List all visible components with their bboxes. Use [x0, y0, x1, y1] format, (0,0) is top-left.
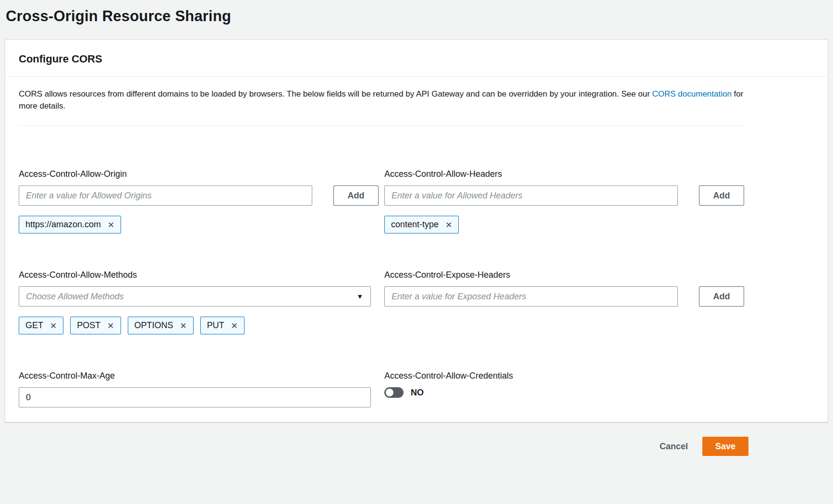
- dismiss-icon[interactable]: ✕: [108, 221, 114, 229]
- card-header-title: Configure CORS: [19, 53, 814, 65]
- dismiss-icon[interactable]: ✕: [180, 321, 187, 330]
- cors-page: Cross-Origin Resource Sharing Configure …: [0, 8, 833, 456]
- field-allow-headers: Access-Control-Allow-Headers Add content…: [384, 169, 744, 234]
- expose-headers-add-button[interactable]: Add: [699, 286, 744, 307]
- allow-headers-add-button[interactable]: Add: [699, 185, 744, 206]
- dismiss-icon[interactable]: ✕: [50, 321, 57, 330]
- allowed-method-token-label: PUT: [207, 320, 224, 331]
- dismiss-icon[interactable]: ✕: [107, 321, 114, 330]
- section-divider: [19, 125, 744, 126]
- allow-credentials-state: NO: [411, 388, 424, 398]
- allowed-header-token: content-type✕: [384, 216, 459, 234]
- allow-origin-input[interactable]: [19, 185, 312, 206]
- description-text-before: CORS allows resources from different dom…: [19, 89, 652, 98]
- caret-down-icon: ▼: [356, 293, 363, 300]
- allowed-method-token: PUT✕: [200, 317, 245, 334]
- expose-headers-input[interactable]: [384, 286, 678, 307]
- cors-form: Access-Control-Allow-Origin Add https://…: [19, 169, 744, 407]
- save-button[interactable]: Save: [702, 437, 748, 456]
- allowed-method-token-label: POST: [77, 320, 100, 331]
- allow-headers-label: Access-Control-Allow-Headers: [384, 169, 744, 179]
- cors-documentation-link[interactable]: CORS documentation: [652, 89, 732, 98]
- allowed-method-token-label: GET: [25, 320, 43, 331]
- allow-methods-select-placeholder: Choose Allowed Methods: [26, 292, 123, 302]
- allowed-method-token: GET✕: [19, 317, 63, 334]
- expose-headers-label: Access-Control-Expose-Headers: [384, 270, 744, 280]
- field-allow-credentials: Access-Control-Allow-Credentials NO: [384, 371, 744, 398]
- page-title: Cross-Origin Resource Sharing: [6, 8, 828, 25]
- allow-methods-select[interactable]: Choose Allowed Methods ▼: [19, 286, 371, 307]
- allow-origin-tokens: https://amazon.com✕: [19, 216, 379, 234]
- card-header: Configure CORS: [5, 40, 828, 77]
- allow-methods-label: Access-Control-Allow-Methods: [19, 270, 379, 280]
- field-allow-methods: Access-Control-Allow-Methods Choose Allo…: [19, 270, 379, 334]
- allow-credentials-label: Access-Control-Allow-Credentials: [384, 371, 744, 381]
- allowed-method-token-label: OPTIONS: [135, 320, 173, 331]
- cancel-button[interactable]: Cancel: [659, 438, 689, 455]
- allow-credentials-toggle[interactable]: [384, 387, 404, 398]
- field-expose-headers: Access-Control-Expose-Headers Add: [384, 270, 744, 307]
- toggle-knob: [386, 389, 393, 396]
- allow-headers-input[interactable]: [384, 185, 678, 206]
- field-allow-origin: Access-Control-Allow-Origin Add https://…: [19, 169, 379, 234]
- max-age-label: Access-Control-Max-Age: [19, 371, 379, 381]
- allow-origin-add-button[interactable]: Add: [333, 185, 379, 206]
- dismiss-icon[interactable]: ✕: [445, 221, 452, 229]
- allowed-origin-token-label: https://amazon.com: [25, 220, 101, 230]
- allow-headers-tokens: content-type✕: [384, 216, 744, 234]
- allowed-header-token-label: content-type: [391, 220, 439, 230]
- allow-origin-label: Access-Control-Allow-Origin: [19, 169, 379, 179]
- max-age-input[interactable]: [19, 387, 371, 407]
- allowed-method-token: OPTIONS✕: [128, 317, 194, 334]
- card-body: CORS allows resources from different dom…: [5, 77, 828, 422]
- cors-description: CORS allows resources from different dom…: [19, 88, 744, 112]
- allow-methods-tokens: GET✕POST✕OPTIONS✕PUT✕: [19, 317, 379, 334]
- configure-cors-card: Configure CORS CORS allows resources fro…: [5, 39, 828, 422]
- allowed-origin-token: https://amazon.com✕: [19, 216, 121, 234]
- allowed-method-token: POST✕: [70, 317, 121, 334]
- field-max-age: Access-Control-Max-Age: [19, 371, 379, 407]
- page-footer: Cancel Save: [5, 437, 748, 456]
- dismiss-icon[interactable]: ✕: [231, 321, 238, 330]
